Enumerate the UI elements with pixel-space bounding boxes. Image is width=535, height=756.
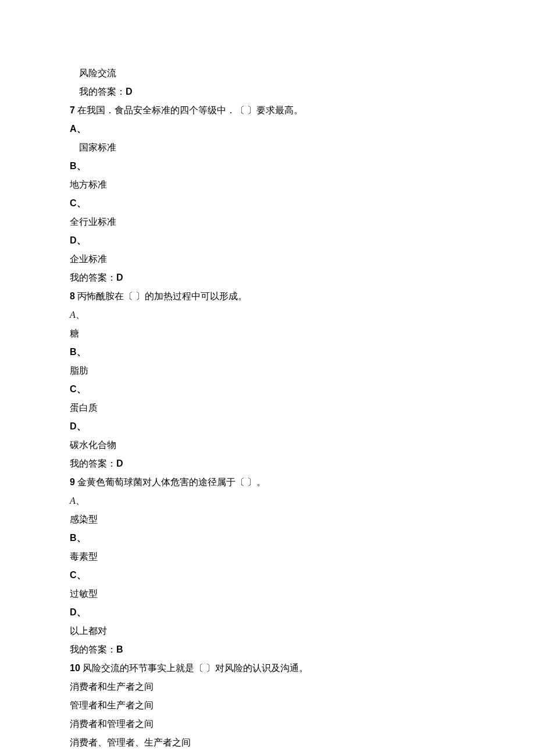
page-content: 风险交流 我的答案：D 7 在我国．食品安全标准的四个等级中．〔 〕要求最高。 … — [0, 0, 535, 756]
q9-label-a: A、 — [70, 492, 465, 510]
answer-label: 我的答案： — [70, 273, 116, 282]
q-number: 7 — [70, 105, 75, 115]
q7-answer: 我的答案：D — [70, 268, 465, 287]
q8-label-d: D、 — [70, 417, 465, 436]
answer-value: B — [116, 644, 123, 654]
answer-value: D — [116, 273, 123, 282]
answer-label: 我的答案： — [70, 458, 116, 468]
q9-option-d: 以上都对 — [70, 622, 465, 640]
letter-a: A — [70, 496, 76, 506]
q6-option-d: 风险交流 — [70, 64, 465, 83]
q9-option-c: 过敏型 — [70, 585, 465, 603]
q8-label-b: B、 — [70, 343, 465, 361]
punct: 、 — [76, 310, 85, 320]
answer-value: D — [126, 87, 133, 96]
q9-label-d: D、 — [70, 603, 465, 622]
q8-option-a: 糖 — [70, 324, 465, 343]
q7-stem: 7 在我国．食品安全标准的四个等级中．〔 〕要求最高。 — [70, 101, 465, 120]
q8-stem: 8 丙怖酰胺在〔 〕的加热过程中可以形成。 — [70, 287, 465, 306]
q9-option-a: 感染型 — [70, 510, 465, 529]
q8-option-c: 蛋白质 — [70, 399, 465, 417]
q-number: 9 — [70, 477, 75, 487]
q9-label-c: C、 — [70, 566, 465, 585]
q8-label-a: A、 — [70, 306, 465, 324]
q9-stem: 9 金黄色葡萄球菌对人体危害的途径属于〔 〕。 — [70, 473, 465, 492]
q10-option-c: 消费者和管理者之间 — [70, 715, 465, 733]
q7-label-a: A、 — [70, 120, 465, 138]
q-text: 风险交流的环节事实上就是〔 〕对风险的认识及沟通。 — [80, 663, 308, 673]
q-text: 在我国．食品安全标准的四个等级中．〔 〕要求最高。 — [75, 105, 303, 115]
q10-option-d: 消费者、管理者、生产者之间 — [70, 733, 465, 752]
q8-option-d: 碳水化合物 — [70, 436, 465, 454]
q10-option-a: 消费者和生产者之间 — [70, 678, 465, 696]
q-number: 8 — [70, 291, 75, 301]
q7-option-c: 全行业标准 — [70, 213, 465, 231]
punct: 、 — [76, 496, 85, 506]
q7-option-a: 国家标准 — [70, 138, 465, 157]
answer-value: D — [116, 458, 123, 468]
q-number: 10 — [70, 663, 80, 673]
q9-label-b: B、 — [70, 529, 465, 547]
q-text: 金黄色葡萄球菌对人体危害的途径属于〔 〕。 — [75, 477, 266, 487]
q7-label-c: C、 — [70, 194, 465, 213]
q7-option-d: 企业标准 — [70, 250, 465, 268]
q7-label-d: D、 — [70, 231, 465, 250]
answer-label: 我的答案： — [79, 87, 126, 96]
q8-label-c: C、 — [70, 380, 465, 399]
q9-option-b: 毒素型 — [70, 547, 465, 566]
q10-answer: 我的答案：D — [70, 752, 465, 756]
q9-answer: 我的答案：B — [70, 640, 465, 659]
q-text: 丙怖酰胺在〔 〕的加热过程中可以形成。 — [75, 291, 247, 301]
q8-option-b: 脂肪 — [70, 361, 465, 380]
q6-answer: 我的答案：D — [70, 83, 465, 101]
q10-stem: 10 风险交流的环节事实上就是〔 〕对风险的认识及沟通。 — [70, 659, 465, 678]
q8-answer: 我的答案：D — [70, 454, 465, 473]
answer-label: 我的答案： — [70, 644, 116, 654]
q10-option-b: 管理者和生产者之间 — [70, 696, 465, 715]
q7-label-b: B、 — [70, 157, 465, 175]
letter-a: A — [70, 310, 76, 320]
q7-option-b: 地方标准 — [70, 175, 465, 194]
